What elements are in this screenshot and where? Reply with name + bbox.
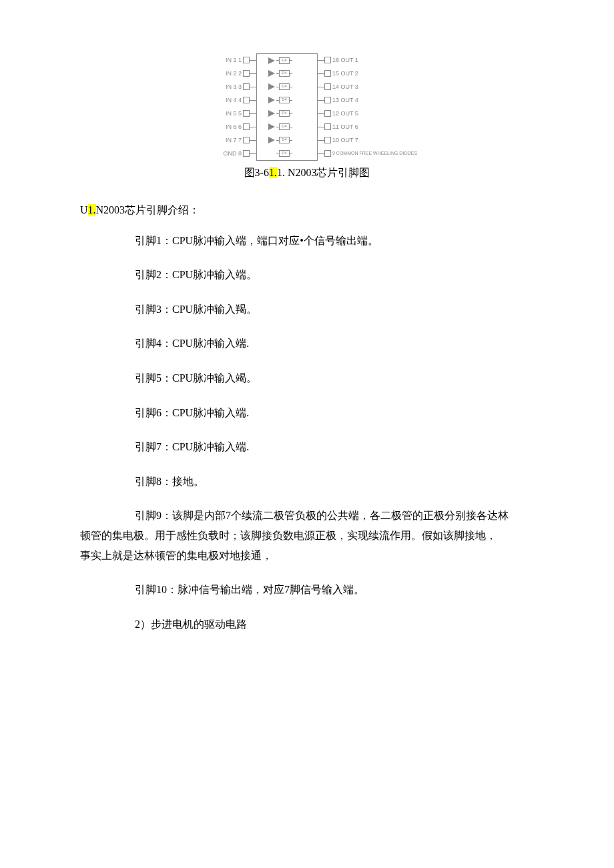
wire-icon bbox=[318, 87, 324, 87]
pin-box-icon bbox=[324, 70, 331, 77]
pin-box-icon bbox=[324, 97, 331, 103]
pin-right-2-label: 15 OUT 2 bbox=[331, 69, 392, 78]
pin-box-icon bbox=[243, 137, 250, 143]
pin-7-desc: 引脚7：CPU脉冲输入端. bbox=[113, 438, 534, 456]
diode-icon: D4 bbox=[279, 123, 290, 130]
intro-post: N2003芯片引脚介绍： bbox=[96, 204, 200, 215]
pin-right-8-label: 9 COMMON FREE WHEELING DIODES bbox=[331, 151, 392, 156]
pin-box-icon bbox=[243, 83, 250, 90]
pin-3-desc: 引脚3：CPU脉冲输入羯。 bbox=[113, 301, 534, 318]
pin-box-icon bbox=[324, 110, 331, 117]
intro-line: U1.N2003芯片引脚介绍： bbox=[80, 201, 534, 219]
chip-body-row: D4 bbox=[256, 147, 318, 161]
buffer-triangle-icon bbox=[268, 137, 275, 143]
section-2-heading: 2）步进电机的驱动电路 bbox=[80, 616, 534, 633]
chip-body-row: D4 bbox=[256, 107, 318, 120]
buffer-triangle-icon bbox=[268, 97, 275, 103]
chip-pinout-diagram: IN 1 1 D4 16 OUT 1 IN 2 2 D4 bbox=[222, 53, 392, 160]
diode-icon: D4 bbox=[279, 110, 290, 117]
wire-icon bbox=[318, 140, 324, 141]
pin-9-desc-line3: 事实上就是达林顿管的集电极对地接通， bbox=[80, 547, 534, 564]
wire-icon bbox=[250, 60, 256, 61]
pin-5-desc: 引脚5：CPU脉冲输入竭。 bbox=[113, 370, 534, 387]
pin-left-6-label: IN 6 6 bbox=[222, 122, 243, 131]
wire-icon bbox=[250, 153, 256, 154]
figure-caption: 图3-61.1. N2003芯片引脚图 bbox=[80, 164, 534, 181]
buffer-triangle-icon bbox=[268, 57, 275, 64]
pin-box-icon bbox=[324, 83, 331, 90]
intro-highlight: 1. bbox=[88, 204, 96, 215]
wire-icon bbox=[318, 60, 324, 61]
diode-icon: D4 bbox=[279, 97, 290, 103]
pin-description-list: 引脚1：CPU脉冲输入端，端口对应•个信号输出端。 引脚2：CPU脉冲输入端。 … bbox=[80, 232, 534, 490]
caption-highlight: 1. bbox=[269, 167, 277, 178]
wire-icon bbox=[250, 73, 256, 74]
wire-icon bbox=[318, 73, 324, 74]
pin-right-6-label: 11 OUT 6 bbox=[331, 122, 392, 131]
buffer-triangle-icon bbox=[268, 110, 275, 117]
wire-icon bbox=[250, 140, 256, 141]
pin-left-5-label: IN 5 5 bbox=[222, 109, 243, 118]
chip-body-row: D4 bbox=[256, 67, 318, 80]
wire-icon bbox=[250, 113, 256, 114]
chip-figure: IN 1 1 D4 16 OUT 1 IN 2 2 D4 bbox=[80, 53, 534, 181]
pin-box-icon bbox=[243, 123, 250, 130]
wire-icon bbox=[250, 100, 256, 101]
wire-icon bbox=[318, 127, 324, 127]
pin-left-3-label: IN 3 3 bbox=[222, 82, 243, 91]
wire-icon bbox=[318, 100, 324, 101]
pin-right-5-label: 12 OUT 5 bbox=[331, 109, 392, 118]
buffer-triangle-icon bbox=[268, 83, 275, 90]
intro-pre: U bbox=[80, 204, 88, 215]
pin-left-7-label: IN 7 7 bbox=[222, 135, 243, 145]
pin-left-4-label: IN 4 4 bbox=[222, 95, 243, 105]
pin-box-icon bbox=[243, 97, 250, 103]
buffer-triangle-icon bbox=[268, 70, 275, 77]
pin-box-icon bbox=[324, 57, 331, 63]
chip-body-row: D4 bbox=[256, 53, 318, 67]
diode-icon: D4 bbox=[279, 150, 290, 157]
pin-9-desc-line1: 引脚9：该脚是内部7个续流二极管负极的公共端，各二极管的正极分别接各达林 bbox=[80, 507, 534, 524]
chip-body-row: D4 bbox=[256, 133, 318, 147]
diode-icon: D4 bbox=[279, 83, 290, 90]
pin-box-icon bbox=[324, 150, 331, 157]
wire-icon bbox=[250, 87, 256, 87]
pin-right-1-label: 16 OUT 1 bbox=[331, 55, 392, 65]
diode-icon: D4 bbox=[279, 137, 290, 143]
caption-pre: 图3-6 bbox=[244, 167, 269, 178]
buffer-triangle-icon bbox=[268, 123, 275, 130]
document-page: IN 1 1 D4 16 OUT 1 IN 2 2 D4 bbox=[0, 0, 614, 683]
wire-icon bbox=[250, 127, 256, 127]
chip-body-row: D4 bbox=[256, 120, 318, 133]
chip-body-row: D4 bbox=[256, 93, 318, 107]
pin-2-desc: 引脚2：CPU脉冲输入端。 bbox=[113, 266, 534, 284]
pin-8-desc: 引脚8：接地。 bbox=[113, 473, 534, 490]
pin-box-icon bbox=[324, 123, 331, 130]
pin-left-2-label: IN 2 2 bbox=[222, 69, 243, 78]
pin-6-desc: 引脚6：CPU脉冲输入端. bbox=[113, 404, 534, 422]
pin-1-desc: 引脚1：CPU脉冲输入端，端口对应•个信号输出端。 bbox=[113, 232, 534, 250]
pin-9-desc-line2: 顿管的集电极。用于感性负载时；该脚接负数电源正极，实现续流作用。假如该脚接地， bbox=[80, 527, 534, 544]
pin-box-icon bbox=[243, 70, 250, 77]
pin-right-7-label: 10 OUT 7 bbox=[331, 135, 392, 145]
diode-icon: D4 bbox=[279, 57, 290, 64]
caption-post: 1. N2003芯片引脚图 bbox=[277, 167, 370, 178]
chip-body-row: D4 bbox=[256, 80, 318, 93]
pin-box-icon bbox=[243, 57, 250, 63]
pin-left-1-label: IN 1 1 bbox=[222, 55, 243, 65]
pin-right-4-label: 13 OUT 4 bbox=[331, 95, 392, 105]
pin-right-3-label: 14 OUT 3 bbox=[331, 82, 392, 91]
wire-icon bbox=[318, 153, 324, 154]
pin-box-icon bbox=[243, 150, 250, 157]
pin-4-desc: 引脚4：CPU脉冲输入端. bbox=[113, 335, 534, 352]
pin-10-desc: 引脚10：脉冲信号输出端，对应7脚信号输入端。 bbox=[80, 581, 534, 598]
pin-left-8-label: GND 8 bbox=[222, 149, 243, 158]
wire-icon bbox=[318, 113, 324, 114]
diode-icon: D4 bbox=[279, 70, 290, 77]
pin-box-icon bbox=[243, 110, 250, 117]
pin-box-icon bbox=[324, 137, 331, 143]
